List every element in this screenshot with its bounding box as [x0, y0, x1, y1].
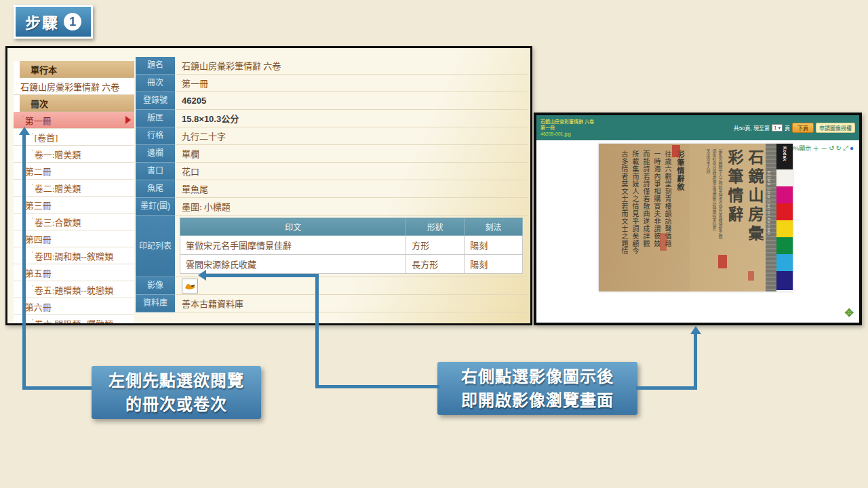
detail-label: 影像: [136, 277, 175, 295]
detail-value: 九行二十字: [175, 127, 528, 145]
seal-table: 印文 形狀 刻法 筆倣宋元名手圖摩情景佳辭 方形 陽刻 雲間宋源餘氏收藏 長方形: [180, 218, 523, 274]
viewer-header: 石鏡山房彙彩筆情辭 六卷 第一冊 46205-001.jpg 共50頁, 現至第…: [536, 115, 859, 140]
patch-black: Kodak: [776, 144, 793, 169]
step-number-badge: 1: [64, 13, 81, 30]
page-select-dropdown[interactable]: 1▾: [772, 124, 783, 131]
pager-total-text: 共50頁, 現至第: [734, 124, 770, 131]
book-title-column: 石鏡山房彙: [745, 149, 763, 286]
detail-label: 登錄號: [136, 92, 175, 110]
sidebar-header-label: 冊次: [31, 97, 48, 110]
rotate-right-icon[interactable]: ↻: [836, 144, 842, 152]
arrow-head-viewer: [690, 326, 701, 334]
sidebar-item-volume-3[interactable]: '第三冊: [14, 197, 134, 214]
sidebar-item-label: [卷首]: [35, 131, 58, 144]
seal-row: 雲間宋源餘氏收藏 長方形 陽刻: [180, 255, 523, 274]
viewer-filename: 46205-001.jpg: [540, 131, 594, 137]
kodak-logo: Kodak: [783, 146, 787, 161]
seal-subtable-wrap: 印文 形狀 刻法 筆倣宋元名手圖摩情景佳辭 方形 陽刻 雲間宋源餘氏收藏 長方形: [175, 216, 528, 277]
detail-value: 善本古籍資料庫: [175, 295, 528, 312]
seal-col-shape: 形狀: [406, 218, 465, 236]
sidebar-item-label: 第二冊: [25, 165, 52, 178]
sidebar-item-label: 第六冊: [25, 300, 52, 313]
detail-row-accession-number: 登錄號46205: [136, 92, 528, 110]
red-seal: [748, 271, 754, 281]
preface-column: 所載集而妓人之情見乎詞矣顧今: [631, 150, 639, 285]
book-left-page: 彩筆情辭敘 往歲六觀堂刻青樓韻語聲價藉 一時海內爭相購賞夫非謂彼妓 而能詩若詩僅…: [599, 144, 690, 291]
sidebar-item-label: 卷六:間阻類--囑勸類: [35, 317, 113, 323]
detail-label: 冊次: [136, 75, 175, 92]
detail-value: 墨圍: 小標題: [175, 198, 528, 216]
arrow-line: [636, 386, 697, 390]
seal-shape: 方形: [406, 236, 465, 255]
sidebar-item-book-title[interactable]: 石鏡山房彙彩筆情辭 六卷: [14, 78, 134, 95]
selected-arrow-icon: [125, 116, 131, 124]
preface-title-column: 彩筆情辭敘: [675, 150, 684, 285]
sidebar-item-juan-6[interactable]: '卷六:間阻類--囑勸類: [14, 315, 134, 323]
book-title-page: 石鏡山房彙 彩筆情辭 是集皆曲體文人之作取天悟零又皆爲青樓諸媛之曲 迺俊社泉分與…: [690, 144, 766, 291]
callout-text: 即開啟影像瀏覽畫面: [437, 388, 637, 412]
detail-label: 資料庫: [136, 295, 175, 312]
sidebar-item-label: 卷五:題贈類--躭戀類: [35, 283, 113, 296]
sidebar-item-volume-2[interactable]: '第二冊: [14, 163, 134, 180]
image-thumbnail-icon[interactable]: [182, 279, 198, 293]
callout-text: 左側先點選欲閱覽: [92, 369, 261, 392]
patch-white: [776, 169, 793, 186]
license-request-button[interactable]: 申請圖像授權: [816, 123, 855, 133]
pager-unit-text: 頁: [785, 124, 790, 131]
sidebar-item-volume-6[interactable]: '第六冊: [14, 298, 134, 315]
preface-column: 而能詩若詩僅若散曲遂成詳觀: [642, 150, 650, 285]
sidebar-item-volume-4[interactable]: '第四冊: [14, 230, 134, 247]
arrow-line: [694, 333, 697, 390]
detail-row-frame-size: 版匡15.8×10.3公分: [136, 110, 528, 127]
detail-row-database: 資料庫善本古籍資料庫: [136, 295, 528, 312]
callout-text: 右側點選影像圖示後: [437, 365, 637, 388]
sidebar-item-juan-3[interactable]: '卷三:合歡類: [14, 214, 134, 230]
rotate-left-icon[interactable]: ↺: [829, 144, 834, 152]
item-tick: ': [32, 284, 33, 291]
sidebar-item-label: 第五冊: [25, 266, 52, 279]
sidebar-item-juan-front[interactable]: '[卷首]: [14, 129, 134, 146]
sidebar-item-label: 卷一:贈美類: [35, 148, 81, 161]
sidebar-item-volume-1-selected[interactable]: '第一冊: [14, 112, 134, 129]
sidebar-item-juan-2[interactable]: '卷二:贈美類: [14, 180, 134, 197]
preface-column: 往歲六觀堂刻青樓韻語聲價藉: [663, 150, 672, 285]
arrow-line: [205, 274, 319, 277]
item-tick: ': [32, 182, 33, 189]
step-badge-label: 步驟: [25, 10, 59, 33]
sidebar-item-volume-5[interactable]: '第五冊: [14, 264, 134, 281]
viewer-toolbar: 100%顯示 ＋ － ↺ ↻ ⤢ ●: [783, 143, 854, 153]
seal-row: 筆倣宋元名手圖摩情景佳辭 方形 陽刻: [180, 236, 523, 255]
sidebar-item-label: 第四冊: [25, 232, 52, 245]
item-tick: ': [32, 250, 33, 257]
detail-row-fishtail: 魚尾單魚尾: [136, 180, 528, 198]
kodak-patches: Kodak: [776, 144, 793, 291]
image-viewer-window: 石鏡山房彙彩筆情辭 六卷 第一冊 46205-001.jpg 共50頁, 現至第…: [534, 113, 862, 325]
preface-column: 古多情者莫文士若而文士之題情: [620, 150, 629, 285]
sidebar-item-juan-5[interactable]: '卷五:題贈類--躭戀類: [14, 281, 134, 298]
next-page-button[interactable]: 下頁: [792, 123, 814, 133]
fit-screen-icon[interactable]: ⤢: [843, 144, 848, 152]
detail-label: 版匡: [136, 110, 175, 127]
detail-value: 石鏡山房彙彩筆情辭 六卷: [175, 57, 528, 75]
sidebar-item-label: 卷三:合歡類: [35, 216, 81, 228]
sidebar-item-label: 石鏡山房彙彩筆情辭 六卷: [20, 80, 119, 93]
detail-value: 單欄: [175, 145, 528, 163]
catalog-sidebar: 單行本 石鏡山房彙彩筆情辭 六卷 冊次 '第一冊 '[卷首] '卷一:贈美類 '…: [14, 61, 134, 323]
sidebar-item-juan-4[interactable]: '卷四:調和類--敘贈類: [14, 247, 134, 264]
sidebar-item-label: 卷二:贈美類: [35, 182, 81, 195]
sidebar-item-juan-1[interactable]: '卷一:贈美類: [14, 146, 134, 163]
seal-text-link[interactable]: 雲間宋源餘氏收藏: [180, 255, 406, 274]
pan-move-icon[interactable]: ✥: [845, 306, 854, 319]
detail-value: 15.8×10.3公分: [175, 110, 528, 127]
kodak-strip-label: KODAK Color Control Patches: [767, 171, 771, 235]
zoom-out-icon[interactable]: －: [821, 143, 827, 153]
zoom-in-icon[interactable]: ＋: [812, 143, 819, 153]
red-seal: [660, 233, 667, 251]
patch-yellow: [776, 220, 793, 237]
page-select-value: 1: [774, 125, 776, 131]
chevron-down-icon: ▾: [778, 125, 781, 131]
patch-cyan: [776, 254, 793, 271]
help-icon[interactable]: ●: [850, 144, 854, 152]
slide-canvas: 步驟 1 單行本 石鏡山房彙彩筆情辭 六卷 冊次 '第一冊 '[卷首] '卷一:…: [0, 0, 868, 488]
patch-green: [776, 237, 793, 254]
